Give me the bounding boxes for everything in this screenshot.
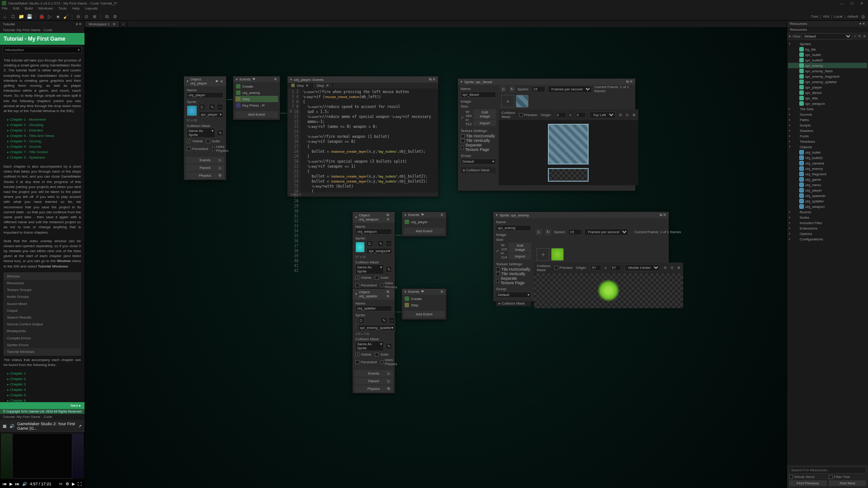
game-options-icon[interactable]: ⚙ xyxy=(112,14,118,20)
sprite-name-input[interactable]: spr_tileset xyxy=(461,92,496,98)
persistent-checkbox[interactable] xyxy=(187,147,191,151)
tree-item[interactable]: obj_bullet2 xyxy=(788,155,867,160)
tree-item[interactable]: ▸Configurations xyxy=(788,236,867,242)
chapter-link[interactable]: Chapter 5 - Scoring xyxy=(7,139,81,144)
video-mute-icon[interactable]: 🔊 xyxy=(22,482,27,486)
tree-item[interactable]: ▾Sprites xyxy=(788,41,867,47)
menu-build[interactable]: Build xyxy=(25,6,33,13)
menu-edit[interactable]: Edit xyxy=(13,6,19,13)
code-text[interactable]: "c-com">//fire when pressing the left mo… xyxy=(300,89,438,192)
volume-icon[interactable]: 🔊 xyxy=(9,424,14,428)
sprite-canvas[interactable] xyxy=(548,124,589,164)
close-icon[interactable]: ✕ xyxy=(220,80,223,84)
open-icon[interactable]: 📁 xyxy=(18,14,24,20)
collision-mask-dropdown[interactable]: Same As Sprite▾ xyxy=(187,128,215,138)
speed-unit-dropdown[interactable]: Frames per second xyxy=(548,86,592,93)
debug-icon[interactable]: 🐞 xyxy=(38,14,45,20)
close-icon[interactable]: ✕ xyxy=(274,77,277,81)
tutorial-tab-close[interactable]: ▾ ✕ xyxy=(76,22,82,26)
event-row[interactable]: Create xyxy=(404,296,444,302)
tree-item[interactable]: spr_enemy_splatter xyxy=(788,79,867,84)
collapse-icon[interactable]: ▾ xyxy=(789,34,791,38)
sprite-canvas[interactable] xyxy=(597,279,620,302)
solid-checkbox[interactable] xyxy=(206,139,210,143)
texture-group-dropdown[interactable]: Default▾ xyxy=(461,159,496,164)
tree-item[interactable]: ▸Timelines xyxy=(788,139,867,144)
menu-tools[interactable]: Tools xyxy=(58,6,67,13)
events-splatter-window[interactable]: ▾Events⚑✕ CreateStep Add Event xyxy=(401,288,447,320)
target-icon[interactable]: ◎ xyxy=(860,14,866,20)
select-sprite-icon[interactable]: ⋯ xyxy=(217,104,223,110)
visible-checkbox[interactable] xyxy=(187,139,191,143)
run-icon[interactable]: ▷ xyxy=(47,14,53,20)
chapter-link[interactable]: Chapter 4 - Tiles And Views xyxy=(7,133,81,139)
events-section-button[interactable]: Events▷ xyxy=(186,157,224,164)
close-icon[interactable]: ⧉ ✕ xyxy=(626,80,632,84)
tree-item[interactable]: obj_player xyxy=(788,188,867,193)
delete-view-icon[interactable]: ✕ xyxy=(863,34,866,38)
zoom-in-icon[interactable]: ⊕ xyxy=(91,14,98,20)
close-button[interactable]: ✕ xyxy=(857,0,866,6)
tree-item[interactable]: obj_splatter xyxy=(788,198,867,204)
video-player[interactable] xyxy=(1,433,84,479)
minimize-button[interactable]: — xyxy=(837,0,846,6)
add-event-button[interactable]: Add Event xyxy=(235,111,278,118)
tree-item[interactable]: obj_bullet xyxy=(788,150,867,155)
tree-item[interactable]: obj_fragment xyxy=(788,171,867,177)
video-chapter-link[interactable]: Chapter 5 xyxy=(7,393,81,398)
docking-icon[interactable]: ⧉ xyxy=(104,14,110,20)
zoom-in-icon[interactable]: ⊕ xyxy=(632,113,636,117)
video-next-icon[interactable]: ⏭ xyxy=(15,482,19,486)
resource-search-input[interactable] xyxy=(789,467,866,474)
object-name-input[interactable]: obj_player xyxy=(187,92,223,98)
tree-item[interactable]: spr_player xyxy=(788,84,867,90)
stop-icon[interactable]: ■ xyxy=(55,14,61,20)
physics-checkbox[interactable] xyxy=(212,147,215,151)
resource-tree[interactable]: ▾Spritesbg_tilespr_bulletspr_bullet2spr_… xyxy=(787,40,868,465)
edit-sprite-icon[interactable]: ✎ xyxy=(209,104,215,110)
maximize-button[interactable]: ☐ xyxy=(847,0,856,6)
add-frame-button[interactable]: + xyxy=(501,95,514,108)
speed-input[interactable] xyxy=(532,86,545,92)
tree-item[interactable]: ▸Rooms xyxy=(788,209,867,215)
tree-item[interactable]: spr_enemy xyxy=(788,63,867,68)
tutorial-next-button[interactable]: Next ▸ xyxy=(0,402,85,409)
tree-item[interactable]: spr_bullet2 xyxy=(788,57,867,63)
video-youtube-icon[interactable]: ▶ xyxy=(72,482,75,486)
parent-section-button[interactable]: Parent▷ xyxy=(186,164,224,171)
sprite-tileset-window[interactable]: ▾Sprite: spr_tileset⧉ ✕ Name: spr_tilese… xyxy=(458,78,636,191)
home-icon[interactable]: ⌂ xyxy=(2,14,8,20)
playlist-icon[interactable]: ▦ xyxy=(3,424,7,428)
chapter-link[interactable]: Chapter 3 - Enemies xyxy=(7,128,81,133)
menu-windows[interactable]: Windows xyxy=(38,6,52,13)
code-editor-window[interactable]: ▾obj_player: Events⧉ ✕ Step✕ Step✕ 1 2 3… xyxy=(287,76,439,197)
target-local[interactable]: Local xyxy=(834,14,843,19)
play-icon[interactable]: ▷ xyxy=(500,86,506,92)
zoom-out-icon[interactable]: ⊖ xyxy=(619,113,622,117)
physics-section-button[interactable]: Physics⚙ xyxy=(186,172,224,179)
code-tab-step2[interactable]: Step✕ xyxy=(313,83,333,89)
object-player-window[interactable]: ▾Object: obj_player⚑✕ Name: obj_player S… xyxy=(184,76,226,180)
pin-icon[interactable]: ⚑ xyxy=(252,77,255,81)
find-next-button[interactable]: Find Next xyxy=(829,480,867,486)
tree-item[interactable]: ▸Included Files xyxy=(788,220,867,225)
target-vm[interactable]: V64 xyxy=(823,14,829,19)
workspace-tab-close-icon[interactable]: ✕ xyxy=(113,22,116,26)
anchor-dropdown[interactable]: Top Left xyxy=(590,112,615,118)
new-sprite-icon[interactable]: 🗋 xyxy=(199,104,205,110)
event-row[interactable]: obj_player xyxy=(404,219,444,225)
share-icon[interactable]: ↗ xyxy=(78,424,82,428)
new-icon[interactable]: 🗋 xyxy=(10,14,16,20)
loop-icon[interactable]: ↻ xyxy=(509,86,515,92)
chapter-link[interactable]: Chapter 1 - Movement xyxy=(7,117,81,122)
sprite-enemy-window[interactable]: ▾Sprite: spr_enemy⧉ ✕ Name: spr_enemy Im… xyxy=(493,211,669,302)
zoom-reset-icon[interactable]: ⊙ xyxy=(626,113,629,117)
target-tree[interactable]: Tree xyxy=(811,14,818,19)
object-splatter-window[interactable]: ▾Object: obj_splatter⧉ ✕ Name: obj_splat… xyxy=(352,288,395,394)
zoom-out-icon[interactable]: ⊖ xyxy=(75,14,81,20)
resources-tab-close[interactable]: ▾ ✕ xyxy=(859,22,865,26)
tree-item[interactable]: ▸Fonts xyxy=(788,133,867,139)
video-play-icon[interactable]: ▶ xyxy=(9,482,13,486)
tree-item[interactable]: ▸Paths xyxy=(788,117,867,122)
tree-item[interactable]: ▸Tile Sets xyxy=(788,106,867,112)
